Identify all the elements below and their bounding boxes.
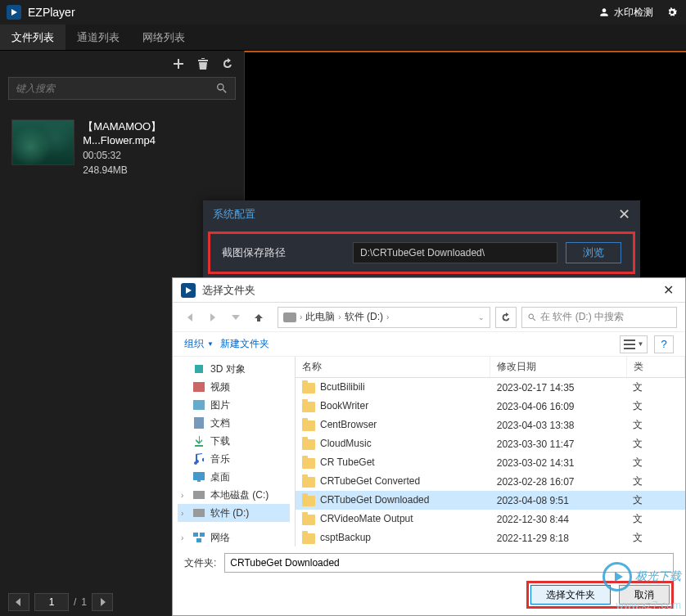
user-button[interactable]: 水印检测: [598, 6, 653, 20]
file-thumbnail: [11, 119, 74, 165]
refresh-icon[interactable]: [219, 56, 236, 72]
svg-rect-9: [193, 382, 205, 392]
svg-rect-7: [624, 348, 635, 349]
tree-network[interactable]: ›网络: [178, 528, 290, 546]
app-name: EZPlayer: [28, 6, 75, 19]
page-next-button[interactable]: [92, 593, 113, 611]
svg-rect-14: [193, 491, 205, 499]
folder-dialog: 选择文件夹 ✕ › 此电脑 › 软件 (D:) › ⌄ 在 软件 (D:) 中搜…: [172, 277, 686, 616]
svg-rect-11: [194, 417, 204, 429]
delete-icon[interactable]: [195, 56, 211, 72]
config-title: 系统配置: [213, 207, 255, 222]
svg-rect-12: [193, 472, 205, 480]
tab-file-list[interactable]: 文件列表: [0, 25, 65, 50]
search-box[interactable]: [8, 77, 236, 100]
browse-button[interactable]: 浏览: [566, 242, 621, 263]
page-total: 1: [81, 596, 87, 608]
tree-video[interactable]: 视频: [178, 378, 290, 396]
action-buttons-highlight: 选择文件夹 取消: [526, 581, 674, 609]
config-screenshot-row: 截图保存路径 浏览: [208, 232, 635, 274]
svg-rect-13: [197, 480, 201, 482]
tree-documents[interactable]: 文档: [178, 414, 290, 432]
dialog-title: 选择文件夹: [202, 283, 660, 298]
nav-forward-icon[interactable]: [204, 308, 222, 326]
table-row[interactable]: BcutBilibili2023-02-17 14:35文: [296, 378, 685, 398]
file-item[interactable]: 【MAMAMOO】M...Flower.mp4 00:05:32 248.94M…: [8, 115, 236, 181]
page-current-input[interactable]: [34, 593, 69, 611]
dialog-search-placeholder: 在 软件 (D:) 中搜索: [540, 310, 624, 324]
col-name[interactable]: 名称: [296, 357, 490, 378]
svg-marker-2: [101, 598, 106, 606]
screenshot-path-label: 截图保存路径: [222, 245, 345, 260]
svg-marker-1: [16, 598, 20, 606]
file-name: 【MAMAMOO】M...Flower.mp4: [83, 119, 232, 146]
svg-marker-4: [232, 315, 240, 320]
select-folder-button[interactable]: 选择文件夹: [530, 585, 611, 605]
table-row[interactable]: csptBackup2022-11-29 8:18文: [296, 528, 685, 546]
table-row[interactable]: CentBrowser2023-04-03 13:38文: [296, 416, 685, 434]
user-label: 水印检测: [614, 6, 653, 20]
path-pc[interactable]: 此电脑: [305, 310, 335, 324]
view-mode-button[interactable]: ▼: [620, 335, 648, 353]
nav-recent-icon[interactable]: [227, 308, 245, 326]
table-row[interactable]: CRTubeGet Downloaded2023-04-08 9:51文: [296, 491, 685, 510]
nav-back-icon[interactable]: [181, 308, 199, 326]
table-row[interactable]: CloudMusic2023-03-30 11:47文: [296, 434, 685, 453]
folder-field-label: 文件夹:: [184, 556, 216, 570]
dialog-search-box[interactable]: 在 软件 (D:) 中搜索: [521, 307, 677, 328]
tree-music[interactable]: 音乐: [178, 450, 290, 468]
svg-rect-5: [624, 339, 635, 341]
tree-disk-d[interactable]: ›软件 (D:): [178, 504, 290, 522]
col-type[interactable]: 类: [626, 357, 684, 378]
help-button[interactable]: ?: [654, 335, 674, 353]
table-row[interactable]: CR TubeGet2023-03-02 14:31文: [296, 453, 685, 472]
folder-tree[interactable]: 3D 对象 视频 图片 文档 下载 音乐 桌面 ›本地磁盘 (C:) ›软件 (…: [173, 357, 296, 546]
page-prev-button[interactable]: [8, 593, 29, 611]
col-date[interactable]: 修改日期: [490, 357, 626, 378]
nav-up-icon[interactable]: [250, 308, 268, 326]
svg-rect-16: [193, 533, 198, 537]
dialog-close-icon[interactable]: ✕: [660, 282, 677, 298]
file-duration: 00:05:32: [83, 150, 232, 161]
add-icon[interactable]: [170, 56, 187, 72]
table-row[interactable]: CRVideoMate Output2022-12-30 8:44文: [296, 510, 685, 528]
drive-icon: [283, 312, 296, 322]
close-icon[interactable]: ✕: [618, 205, 630, 223]
svg-rect-8: [195, 365, 203, 373]
file-size: 248.94MB: [83, 164, 232, 176]
table-row[interactable]: BookWriter2023-04-06 16:09文: [296, 397, 685, 416]
new-folder-button[interactable]: 新建文件夹: [220, 337, 269, 351]
tab-channel-list[interactable]: 通道列表: [65, 25, 131, 50]
tree-pictures[interactable]: 图片: [178, 396, 290, 414]
dialog-app-icon: [181, 283, 196, 298]
screenshot-path-input[interactable]: [353, 242, 557, 263]
nav-refresh-icon[interactable]: [495, 307, 517, 328]
svg-rect-10: [193, 400, 205, 410]
cancel-button[interactable]: 取消: [619, 585, 670, 605]
tree-downloads[interactable]: 下载: [178, 432, 290, 450]
folder-list[interactable]: 名称 修改日期 类 BcutBilibili2023-02-17 14:35文B…: [296, 357, 685, 546]
path-drive[interactable]: 软件 (D:): [345, 310, 383, 324]
search-icon: [215, 82, 228, 95]
search-input[interactable]: [16, 83, 215, 94]
folder-field-input[interactable]: [224, 553, 674, 573]
tree-disk-c[interactable]: ›本地磁盘 (C:): [178, 486, 290, 504]
settings-icon[interactable]: [665, 5, 679, 20]
svg-rect-17: [200, 533, 205, 537]
tree-desktop[interactable]: 桌面: [178, 468, 290, 486]
path-bar[interactable]: › 此电脑 › 软件 (D:) › ⌄: [278, 307, 490, 328]
tree-3d-objects[interactable]: 3D 对象: [178, 360, 290, 378]
svg-rect-6: [624, 344, 635, 345]
organize-button[interactable]: 组织▼: [184, 337, 214, 351]
tab-network-list[interactable]: 网络列表: [131, 25, 196, 50]
svg-rect-15: [193, 509, 205, 517]
table-row[interactable]: CRTubeGet Converted2023-02-28 16:07文: [296, 472, 685, 491]
tabs-row: 文件列表 通道列表 网络列表: [0, 25, 686, 51]
svg-marker-0: [11, 9, 17, 16]
page-separator: /: [74, 596, 76, 608]
svg-rect-18: [196, 538, 201, 542]
app-logo: [7, 5, 21, 20]
svg-marker-3: [186, 287, 192, 294]
